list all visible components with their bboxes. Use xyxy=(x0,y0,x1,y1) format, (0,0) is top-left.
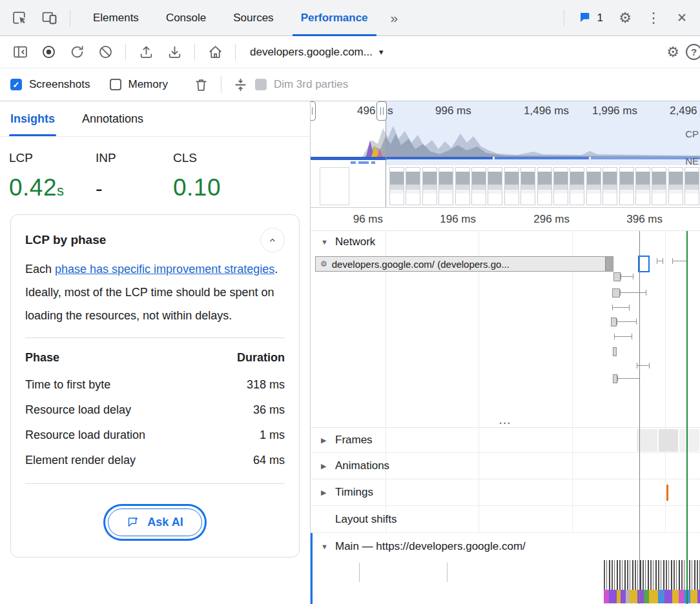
filmstrip-thumbnail[interactable] xyxy=(389,167,404,205)
timeline-overview[interactable]: 496 ms 996 ms 1,496 ms 1,996 ms 2,496 ms xyxy=(311,101,700,208)
net-strip-label: NE xyxy=(685,156,699,166)
network-request-bar[interactable]: ⚙ developers.google.com/ (developers.go.… xyxy=(315,256,613,272)
phase-strategies-link[interactable]: phase has specific improvement strategie… xyxy=(55,263,274,276)
filmstrip-thumbnail[interactable] xyxy=(438,167,453,205)
device-toolbar-button[interactable] xyxy=(35,5,63,32)
expand-arrow-icon[interactable]: ▶ xyxy=(321,436,329,445)
collapse-card-button[interactable] xyxy=(260,228,285,252)
screenshots-checkbox[interactable]: ✓ Screenshots xyxy=(10,78,90,91)
network-request-item[interactable] xyxy=(613,272,621,281)
filmstrip-thumbnail[interactable] xyxy=(471,167,486,205)
toolbar-divider xyxy=(125,44,126,61)
checkbox-disabled-icon xyxy=(255,79,267,90)
metric-name: CLS xyxy=(173,151,260,165)
frames-thumbnails[interactable] xyxy=(637,429,699,452)
resizer-dots: … xyxy=(499,415,513,424)
device-toolbar-icon xyxy=(41,10,57,26)
filmstrip-thumbnail[interactable] xyxy=(685,167,699,205)
network-request-whisker[interactable] xyxy=(617,378,640,379)
network-request-whisker[interactable] xyxy=(614,336,632,337)
network-request-whisker[interactable] xyxy=(620,292,646,293)
collapse-tracks-button[interactable] xyxy=(227,71,255,98)
filmstrip-thumbnail[interactable] xyxy=(504,167,519,205)
filmstrip-thumbnail[interactable] xyxy=(537,167,552,205)
network-request-item[interactable] xyxy=(611,317,617,327)
flame-chart-events[interactable] xyxy=(604,590,700,603)
filmstrip-thumbnail[interactable] xyxy=(455,167,470,205)
filmstrip-thumbnail[interactable] xyxy=(635,167,650,205)
tab-elements[interactable]: Elements xyxy=(79,0,152,36)
memory-checkbox[interactable]: Memory xyxy=(110,78,168,91)
track-network[interactable]: ▼ Network xyxy=(311,231,700,253)
filmstrip-thumbnail[interactable] xyxy=(406,167,420,205)
filmstrip-thumbnail[interactable] xyxy=(520,167,535,205)
filmstrip-thumbnail[interactable] xyxy=(652,167,666,205)
network-request-whisker[interactable] xyxy=(672,261,688,261)
collect-garbage-button[interactable] xyxy=(187,71,216,98)
tab-insights[interactable]: Insights xyxy=(10,101,55,136)
panel-content: Insights Annotations LCP 0.42s INP - CLS… xyxy=(0,101,700,604)
home-icon xyxy=(207,44,223,60)
card-title: LCP by phase xyxy=(25,233,106,247)
inspect-element-button[interactable] xyxy=(5,5,34,32)
capture-settings-gear-icon[interactable]: ⚙ xyxy=(660,39,686,65)
toolbar-divider xyxy=(564,10,564,26)
network-request-item[interactable] xyxy=(613,347,617,356)
network-request-whisker[interactable] xyxy=(637,365,650,366)
track-timings[interactable]: ▶ Timings xyxy=(311,479,700,506)
tab-annotations[interactable]: Annotations xyxy=(82,101,143,136)
filmstrip-thumbnail[interactable] xyxy=(570,167,584,205)
reload-and-record-button[interactable] xyxy=(63,39,90,65)
kebab-menu-icon[interactable]: ⋮ xyxy=(641,5,666,31)
main-thread-flame-chart[interactable] xyxy=(311,560,700,604)
expand-arrow-icon[interactable]: ▼ xyxy=(321,238,329,246)
phase-table-header: Phase Duration xyxy=(25,348,285,372)
upload-icon xyxy=(138,44,154,60)
track-resizer[interactable]: … xyxy=(311,415,700,428)
filmstrip-thumbnail[interactable] xyxy=(320,167,349,205)
filmstrip-thumbnail[interactable] xyxy=(488,167,502,205)
save-profile-button[interactable] xyxy=(161,39,188,65)
checkbox-unchecked-icon xyxy=(110,79,121,90)
filmstrip-thumbnail[interactable] xyxy=(602,167,617,205)
network-request-whisker[interactable] xyxy=(617,321,637,322)
track-layout-shifts[interactable]: ▶ Layout shifts xyxy=(311,506,700,533)
network-request-whisker[interactable] xyxy=(657,261,663,261)
selection-left-handle[interactable] xyxy=(311,101,316,121)
help-icon[interactable]: ? xyxy=(686,44,700,60)
clear-recording-button[interactable] xyxy=(92,39,119,65)
filmstrip-thumbnail[interactable] xyxy=(553,167,568,205)
history-dropdown[interactable]: developers.google.com... ▾ xyxy=(242,46,391,59)
live-metrics-home-button[interactable] xyxy=(201,39,229,65)
network-request-whisker[interactable] xyxy=(621,276,633,277)
close-devtools-button[interactable]: ✕ xyxy=(669,5,695,31)
track-animations[interactable]: ▶ Animations xyxy=(311,453,700,479)
network-request-whisker[interactable] xyxy=(612,307,630,308)
console-messages-indicator[interactable]: 1 xyxy=(572,11,610,25)
task-barcode[interactable] xyxy=(604,560,700,590)
network-request-item[interactable] xyxy=(613,374,617,383)
tab-console[interactable]: Console xyxy=(152,0,220,36)
track-main[interactable]: ▼ Main — https://developers.google.com/ xyxy=(311,533,700,560)
settings-gear-icon[interactable]: ⚙ xyxy=(612,5,638,31)
selection-right-handle[interactable] xyxy=(376,101,387,121)
sidebar-tabs: Insights Annotations xyxy=(0,101,310,137)
expand-arrow-icon[interactable]: ▶ xyxy=(321,488,329,497)
toggle-sidebar-button[interactable] xyxy=(6,39,34,65)
tab-performance[interactable]: Performance xyxy=(287,0,382,36)
network-request-item[interactable] xyxy=(612,288,620,297)
timing-marker[interactable] xyxy=(666,485,668,501)
record-button[interactable] xyxy=(35,39,62,65)
more-tabs-button[interactable]: » xyxy=(383,10,406,26)
filmstrip-thumbnail[interactable] xyxy=(619,167,634,205)
filmstrip-thumbnail[interactable] xyxy=(422,167,437,205)
filmstrip-thumbnail[interactable] xyxy=(586,167,601,205)
expand-arrow-icon[interactable]: ▶ xyxy=(321,462,329,470)
track-frames[interactable]: ▶ Frames xyxy=(311,428,700,453)
tab-sources[interactable]: Sources xyxy=(220,0,287,36)
expand-arrow-icon[interactable]: ▼ xyxy=(321,543,329,550)
dim-third-parties-checkbox[interactable]: Dim 3rd parties xyxy=(255,78,348,91)
load-profile-button[interactable] xyxy=(132,39,160,65)
filmstrip-thumbnail[interactable] xyxy=(668,167,683,205)
ask-ai-button[interactable]: Ask AI xyxy=(108,508,201,536)
